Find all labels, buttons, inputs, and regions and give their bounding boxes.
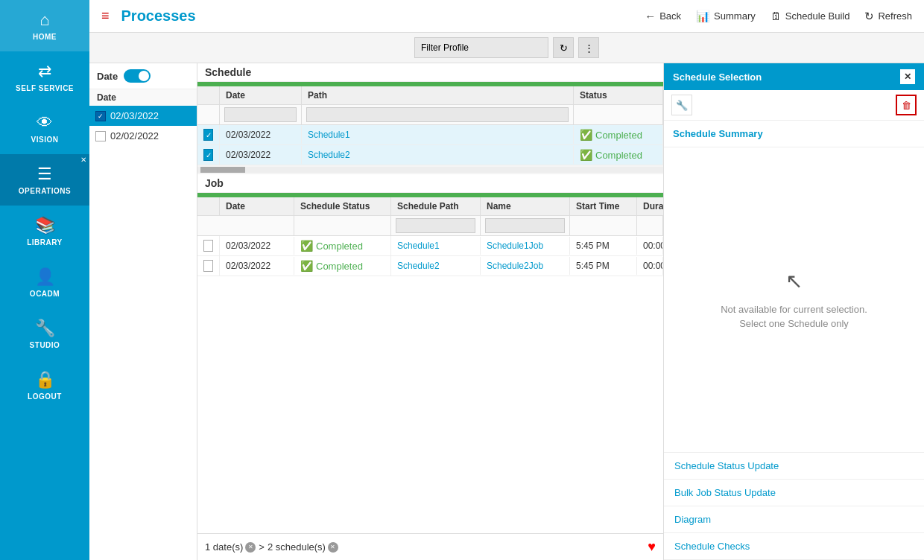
- path-filter-input[interactable]: [306, 107, 569, 122]
- job-row-duration: 00:00: [637, 237, 663, 255]
- schedule-hscroll[interactable]: [197, 167, 663, 173]
- sidebar-item-vision[interactable]: 👁 VISION: [0, 103, 89, 154]
- sidebar-item-label: LIBRARY: [27, 238, 63, 246]
- sidebar: ⌂ HOME ⇄ SELF SERVICE 👁 VISION ✕ ☰ OPERA…: [0, 0, 89, 560]
- self-service-icon: ⇄: [38, 62, 51, 81]
- row-check[interactable]: ✓: [197, 125, 220, 144]
- status-label: Completed: [595, 150, 642, 161]
- filter-more-button[interactable]: ⋮: [578, 37, 599, 58]
- status-col-header: Status: [574, 86, 663, 104]
- more-icon: ⋮: [584, 42, 594, 54]
- back-icon: ←: [645, 10, 656, 22]
- sidebar-item-operations[interactable]: ✕ ☰ OPERATIONS: [0, 154, 89, 206]
- row-date: 02/03/2022: [220, 146, 302, 164]
- check-col-header: [197, 86, 220, 104]
- job-row-duration: 00:00: [637, 257, 663, 275]
- job-row-sched-status: ✅ Completed: [294, 236, 391, 255]
- wrench-button[interactable]: 🔧: [671, 95, 692, 115]
- row-date: 02/03/2022: [220, 126, 302, 144]
- schedule-build-button[interactable]: 🗓 Schedule Build: [770, 10, 850, 22]
- sidebar-item-home[interactable]: ⌂ HOME: [0, 0, 89, 51]
- sidebar-item-ocadm[interactable]: 👤 OCADM: [0, 257, 89, 308]
- job-date-filter: [220, 216, 294, 235]
- schedule-filter-row: [197, 105, 663, 125]
- job-name-input[interactable]: [485, 218, 565, 233]
- job-status-completed: ✅ Completed: [300, 260, 385, 272]
- table-row[interactable]: 02/03/2022 ✅ Completed Schedule2 Schedul…: [197, 256, 663, 276]
- job-check-filter: [197, 216, 220, 235]
- job-filter-row: [197, 216, 663, 236]
- list-item[interactable]: 02/03/2022: [89, 106, 197, 126]
- path-filter-cell: [302, 105, 574, 124]
- job-checkbox[interactable]: [203, 240, 213, 252]
- bulk-job-status-update-link[interactable]: Bulk Job Status Update: [664, 480, 924, 506]
- sidebar-item-self-service[interactable]: ⇄ SELF SERVICE: [0, 51, 89, 103]
- not-available-text: Not available for current selection. Sel…: [721, 302, 867, 331]
- sidebar-item-studio[interactable]: 🔧 STUDIO: [0, 308, 89, 360]
- job-check-col: [197, 197, 220, 215]
- panel-close-button[interactable]: ✕: [900, 69, 915, 84]
- schedule-checks-link[interactable]: Schedule Checks: [664, 533, 924, 560]
- date-list-header: Date: [89, 89, 197, 106]
- job-sched-status-filter: [294, 216, 391, 235]
- sidebar-item-logout[interactable]: 🔒 LOGOUT: [0, 360, 89, 411]
- hamburger-icon[interactable]: ≡: [101, 8, 110, 24]
- schedule-status-update-link[interactable]: Schedule Status Update: [664, 453, 924, 480]
- sidebar-item-label: LOGOUT: [28, 392, 62, 401]
- refresh-button[interactable]: ↻ Refresh: [864, 10, 912, 23]
- sidebar-item-label: HOME: [33, 33, 57, 41]
- check-circle-icon: ✅: [300, 240, 313, 252]
- job-name-filter: [481, 216, 570, 235]
- schedules-count: 2 schedule(s): [268, 541, 326, 553]
- schedules-close-icon[interactable]: ✕: [328, 542, 338, 553]
- page-title: Processes: [121, 7, 196, 25]
- job-row-name: Schedule1Job: [481, 237, 570, 255]
- job-row-check[interactable]: [197, 236, 220, 255]
- cursor-icon: ↖: [785, 269, 803, 293]
- sidebar-item-label: SELF SERVICE: [16, 84, 74, 92]
- logout-icon: 🔒: [35, 370, 55, 389]
- chart-icon: 📊: [696, 10, 710, 23]
- filter-refresh-button[interactable]: ↻: [553, 37, 574, 58]
- job-name-header: Name: [481, 197, 570, 215]
- list-item[interactable]: 02/02/2022: [89, 126, 197, 146]
- dates-close-icon[interactable]: ✕: [245, 542, 256, 553]
- table-row[interactable]: 02/03/2022 ✅ Completed Schedule1 Schedul…: [197, 236, 663, 256]
- refresh-icon: ↻: [864, 10, 874, 23]
- right-panel-body: ↖ Not available for current selection. S…: [664, 147, 924, 452]
- summary-button[interactable]: 📊 Summary: [696, 10, 756, 23]
- date-toggle[interactable]: [124, 69, 151, 83]
- job-row-check[interactable]: [197, 256, 220, 276]
- vision-icon: 👁: [37, 113, 53, 133]
- date-checkbox[interactable]: [95, 111, 106, 121]
- row-checkbox-checked[interactable]: ✓: [203, 149, 213, 161]
- table-row[interactable]: ✓ 02/03/2022 Schedule2 ✅ Completed: [197, 145, 663, 165]
- job-row-name: Schedule2Job: [481, 257, 570, 275]
- separator: >: [259, 541, 265, 553]
- home-icon: ⌂: [39, 10, 49, 30]
- close-icon[interactable]: ✕: [80, 156, 86, 164]
- sidebar-item-library[interactable]: 📚 LIBRARY: [0, 206, 89, 257]
- diagram-link[interactable]: Diagram: [664, 506, 924, 533]
- date-filter-input[interactable]: [224, 107, 297, 122]
- delete-button[interactable]: 🗑: [896, 95, 917, 115]
- job-row-date: 02/03/2022: [220, 237, 294, 255]
- date-checkbox[interactable]: [95, 131, 106, 141]
- job-sched-path-header: Schedule Path: [391, 197, 481, 215]
- date-value: 02/02/2022: [110, 130, 159, 141]
- job-sched-path-input[interactable]: [396, 218, 475, 233]
- row-status: ✅ Completed: [574, 145, 663, 165]
- date-panel: Date Date 02/03/2022 02/02/2022: [89, 63, 197, 560]
- filter-profile-select[interactable]: Filter Profile: [414, 37, 548, 58]
- row-path: Schedule2: [302, 146, 574, 164]
- job-row-start-time: 5:45 PM: [570, 257, 637, 275]
- status-label: Completed: [595, 130, 642, 141]
- table-row[interactable]: ✓ 02/03/2022 Schedule1 ✅ Completed: [197, 125, 663, 145]
- job-checkbox[interactable]: [203, 260, 213, 272]
- content-area: Date Date 02/03/2022 02/02/2022 Sche: [89, 63, 924, 560]
- row-check[interactable]: ✓: [197, 145, 220, 165]
- schedule-title-row: Schedule: [197, 63, 663, 82]
- sidebar-item-label: OPERATIONS: [19, 187, 71, 195]
- back-button[interactable]: ← Back: [645, 10, 681, 22]
- row-checkbox-checked[interactable]: ✓: [203, 129, 213, 141]
